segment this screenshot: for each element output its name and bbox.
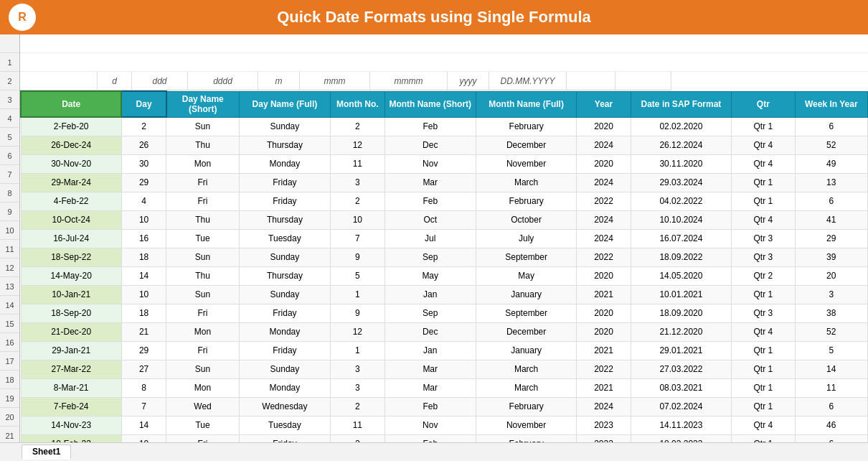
cell-date: 18-Sep-22 (21, 248, 121, 266)
cell-month-no: 7 (331, 229, 385, 248)
cell-day-full: Sunday (239, 285, 330, 304)
cell-month-no: 2 (331, 192, 385, 210)
cell-date: 30-Nov-20 (21, 154, 121, 173)
cell-month-full: November (476, 154, 576, 173)
cell-month-short: Jan (385, 285, 476, 304)
row-num: 17 (0, 352, 19, 371)
table-row: 30-Nov-2030MonMonday11NovNovember202030.… (21, 154, 868, 173)
cell-month-short: Feb (385, 117, 476, 136)
row-num: 1 (0, 53, 19, 72)
format-d: d (98, 72, 132, 90)
cell-qtr: Qtr 1 (732, 173, 795, 192)
cell-week: 6 (795, 397, 867, 416)
cell-month-full: February (476, 117, 576, 136)
cell-week: 11 (795, 378, 867, 397)
spreadsheet-container: R Quick Date Formats using Single Formul… (0, 0, 868, 461)
cell-date: 14-May-20 (21, 266, 121, 285)
cell-day-short: Wed (166, 397, 239, 416)
cell-day: 16 (121, 229, 166, 248)
cell-year: 2020 (577, 304, 631, 322)
cell-sap: 16.07.2024 (631, 229, 731, 248)
cell-sap: 14.11.2023 (631, 416, 731, 434)
cell-qtr: Qtr 1 (732, 397, 795, 416)
cell-month-short: Mar (385, 173, 476, 192)
table-row: 16-Jul-2416TueTuesday7JulJuly202416.07.2… (21, 229, 868, 248)
row-num: 15 (0, 315, 19, 333)
cell-month-no: 2 (331, 397, 385, 416)
data-table: Date Day Day Name (Short) Day Name (Full… (20, 90, 868, 454)
cell-day: 10 (121, 210, 166, 229)
table-row: 27-Mar-2227SunSunday3MarMarch202227.03.2… (21, 360, 868, 378)
cell-week: 41 (795, 210, 867, 229)
cell-day: 2 (121, 117, 166, 136)
sheet-tab-sheet1[interactable]: Sheet1 (22, 444, 71, 460)
format-mmmm: mmmm (370, 72, 448, 90)
format-spacer (20, 72, 98, 90)
cell-month-short: Feb (385, 397, 476, 416)
format-codes-row: d ddd dddd m mmm mmmm yyyy DD.MM.YYYY (20, 72, 868, 90)
cell-day-full: Monday (239, 378, 330, 397)
cell-day-full: Sunday (239, 360, 330, 378)
cell-month-no: 2 (331, 117, 385, 136)
cell-date: 10-Jan-21 (21, 285, 121, 304)
cell-qtr: Qtr 4 (732, 154, 795, 173)
cell-day-full: Friday (239, 173, 330, 192)
cell-day-short: Sun (166, 117, 239, 136)
table-row: 10-Oct-2410ThuThursday10OctOctober202410… (21, 210, 868, 229)
cell-day: 14 (121, 266, 166, 285)
table-row: 26-Dec-2426ThuThursday12DecDecember20242… (21, 136, 868, 154)
title-bar: R Quick Date Formats using Single Formul… (0, 0, 868, 34)
format-week (615, 72, 671, 90)
row-num: 2 (0, 72, 19, 90)
cell-date: 21-Dec-20 (21, 322, 121, 341)
cell-year: 2024 (577, 397, 631, 416)
cell-month-full: November (476, 416, 576, 434)
format-qtr (567, 72, 615, 90)
cell-sap: 29.01.2021 (631, 341, 731, 360)
col-header-month-no: Month No. (331, 91, 385, 117)
cell-year: 2021 (577, 285, 631, 304)
cell-day-short: Mon (166, 154, 239, 173)
page-title: Quick Date Formats using Single Formula (277, 8, 591, 27)
cell-qtr: Qtr 4 (732, 210, 795, 229)
col-header-year: Year (577, 91, 631, 117)
cell-week: 14 (795, 360, 867, 378)
cell-month-no: 10 (331, 210, 385, 229)
row-num: 6 (0, 146, 19, 165)
cell-month-no: 3 (331, 378, 385, 397)
cell-qtr: Qtr 1 (732, 285, 795, 304)
sheet-tabs: Sheet1 (0, 442, 868, 461)
cell-day: 4 (121, 192, 166, 210)
row-num: 8 (0, 184, 19, 202)
table-row: 21-Dec-2021MonMonday12DecDecember202021.… (21, 322, 868, 341)
cell-day: 14 (121, 416, 166, 434)
cell-sap: 18.09.2020 (631, 304, 731, 322)
cell-week: 3 (795, 285, 867, 304)
cell-day-short: Sun (166, 285, 239, 304)
row-num: 4 (0, 109, 19, 128)
table-row: 8-Mar-218MonMonday3MarMarch202108.03.202… (21, 378, 868, 397)
cell-month-full: February (476, 397, 576, 416)
cell-month-full: December (476, 322, 576, 341)
cell-qtr: Qtr 4 (732, 416, 795, 434)
cell-sap: 04.02.2022 (631, 192, 731, 210)
cell-day-full: Monday (239, 322, 330, 341)
cell-year: 2024 (577, 210, 631, 229)
col-header-day-full: Day Name (Full) (239, 91, 330, 117)
cell-month-short: Oct (385, 210, 476, 229)
grid-wrapper: 1 2 3 4 5 6 7 8 9 10 11 12 13 14 15 16 1… (0, 34, 868, 461)
cell-day-short: Sun (166, 360, 239, 378)
col-header-day: Day (121, 91, 166, 117)
format-sap: DD.MM.YYYY (489, 72, 567, 90)
format-dddd: dddd (188, 72, 258, 90)
cell-week: 6 (795, 192, 867, 210)
cell-month-short: Dec (385, 322, 476, 341)
cell-week: 13 (795, 173, 867, 192)
row-num: 5 (0, 128, 19, 146)
cell-day-full: Friday (239, 341, 330, 360)
cell-date: 26-Dec-24 (21, 136, 121, 154)
table-row: 10-Jan-2110SunSunday1JanJanuary202110.01… (21, 285, 868, 304)
cell-day-short: Thu (166, 210, 239, 229)
cell-date: 29-Jan-21 (21, 341, 121, 360)
row-num: 7 (0, 165, 19, 184)
